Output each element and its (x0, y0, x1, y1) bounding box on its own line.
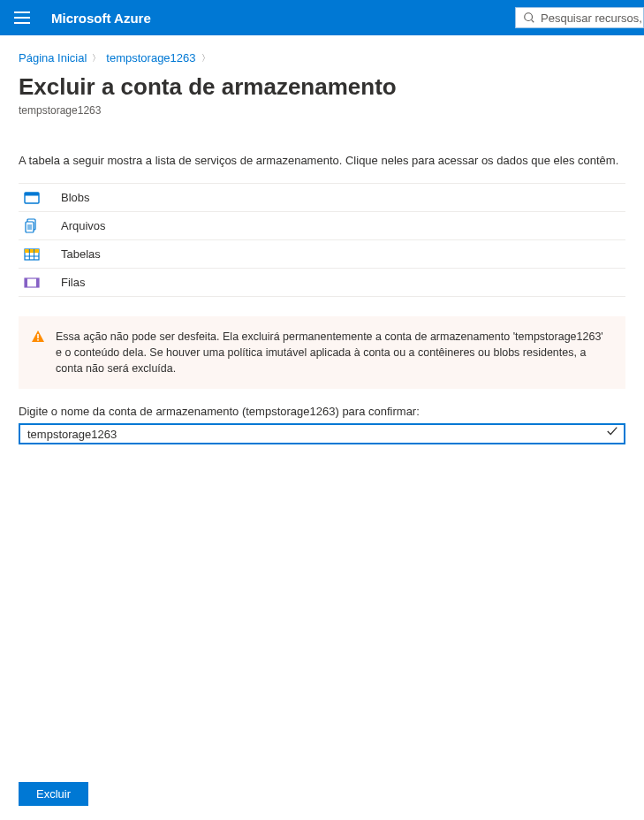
service-label: Tabelas (61, 247, 101, 261)
tables-icon (24, 247, 61, 262)
warning-banner: Essa ação não pode ser desfeita. Ela exc… (19, 316, 625, 389)
warning-text: Essa ação não pode ser desfeita. Ela exc… (56, 329, 611, 376)
service-label: Blobs (61, 191, 90, 204)
service-label: Arquivos (61, 219, 106, 232)
confirm-label: Digite o nome da conta de armazenamento … (19, 405, 625, 418)
service-label: Filas (61, 276, 85, 289)
service-row-blobs[interactable]: Blobs (19, 184, 625, 212)
chevron-right-icon: 〉 (201, 52, 210, 65)
brand-label: Microsoft Azure (51, 11, 151, 26)
search-icon (523, 11, 535, 24)
page-title: Excluir a conta de armazenamento (19, 73, 625, 101)
queues-icon (24, 275, 61, 291)
checkmark-icon (606, 425, 618, 437)
intro-text: A tabela a seguir mostra a lista de serv… (19, 154, 625, 167)
service-row-tables[interactable]: Tabelas (19, 240, 625, 269)
service-row-queues[interactable]: Filas (19, 269, 625, 297)
files-icon (24, 218, 61, 234)
delete-button[interactable]: Excluir (19, 782, 88, 806)
hamburger-menu-icon[interactable] (14, 9, 32, 27)
svg-rect-16 (36, 278, 39, 287)
search-placeholder: Pesquisar recursos, servi (541, 11, 644, 25)
global-search-input[interactable]: Pesquisar recursos, servi (515, 7, 644, 28)
services-list: Blobs Arquivos (19, 183, 625, 297)
footer-actions: Excluir (19, 782, 88, 806)
top-navbar: Microsoft Azure Pesquisar recursos, serv… (0, 0, 644, 35)
blobs-icon (24, 190, 61, 206)
confirm-name-input[interactable] (19, 423, 625, 444)
chevron-right-icon: 〉 (92, 52, 101, 65)
svg-rect-15 (25, 278, 27, 287)
svg-point-0 (525, 13, 533, 21)
svg-rect-3 (25, 193, 39, 196)
svg-line-1 (532, 20, 534, 23)
breadcrumb: Página Inicial 〉 tempstorage1263 〉 (19, 51, 625, 65)
breadcrumb-resource[interactable]: tempstorage1263 (106, 51, 195, 65)
breadcrumb-home[interactable]: Página Inicial (19, 51, 87, 65)
warning-icon (31, 330, 45, 344)
service-row-files[interactable]: Arquivos (19, 212, 625, 240)
svg-rect-18 (37, 339, 39, 341)
svg-rect-10 (25, 249, 39, 253)
svg-rect-17 (37, 334, 39, 338)
page-subtitle: tempstorage1263 (19, 104, 625, 117)
